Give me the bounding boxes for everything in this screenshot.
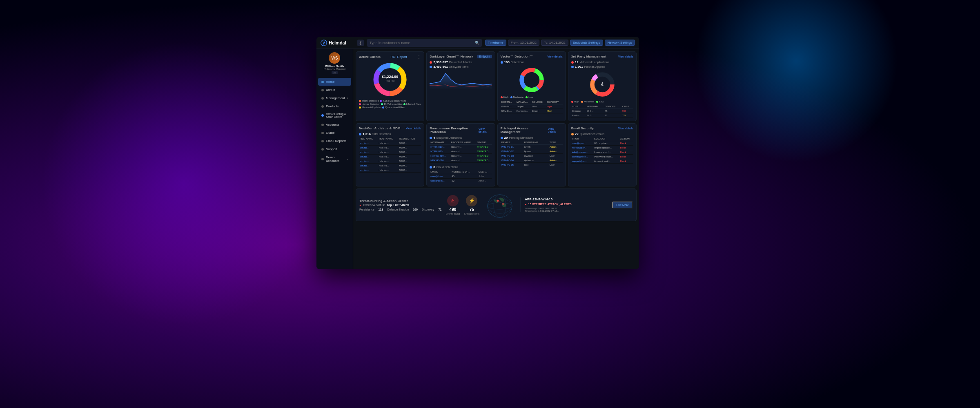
rw-cloud-col-email: EMAIL (430, 170, 451, 174)
pam-dot-pending (501, 137, 503, 139)
sidebar-label-threat-hunting: Threat Hunting & Action Center (326, 113, 348, 118)
vector-col-severity: SEVERITY (546, 100, 563, 104)
vector-dot-detections (501, 61, 503, 64)
vector-legend: High Moderate Low (501, 96, 563, 98)
sidebar-item-email-reports[interactable]: Email Reports (318, 137, 351, 145)
email-stat-quarantined: 72 Quarantined emails (571, 132, 633, 136)
rw-col-hostname: HOSTNAME (430, 140, 450, 145)
vector-view-details[interactable]: View details (548, 55, 563, 58)
third-party-dot-vuln (571, 61, 574, 64)
sidebar-item-home[interactable]: Home (318, 78, 351, 86)
sidebar-label-products: Products (326, 104, 339, 108)
search-icon: 🔍 (475, 41, 479, 45)
threat-metrics: Persistance 111 Defence Evasion 100 Disc… (359, 208, 441, 211)
legend-vuln: 13 Vulnerabilities (381, 103, 402, 105)
email-view-details[interactable]: View details (618, 127, 633, 130)
pam-table: DEVICE USERNAME TYPE WIN-PC-01 jsmith Ad… (501, 140, 563, 167)
sidebar-item-accounts[interactable]: Accounts (318, 121, 351, 129)
threat-hunting-title-area: Threat-hunting & Action Center ● Overvie… (359, 199, 441, 211)
ransomware-header: Ransomware Encryption Protection View de… (430, 126, 492, 134)
privileged-access-card: Privileged Access Management View detail… (497, 123, 566, 186)
email-col-from: FROM (571, 137, 593, 141)
table-row: user@dom... 32 Jane... (430, 179, 492, 183)
sidebar-label-admin: Admin (326, 88, 335, 92)
sidebar-item-threat-hunting[interactable]: Threat Hunting & Action Center (318, 111, 351, 120)
nextgen-total-value: 1,316 (363, 132, 371, 136)
sidebar-dot-guide (321, 132, 324, 134)
third-party-table: SOFT... VERSION DEVICES CVSS Chrome 96.0… (571, 104, 633, 118)
live-more-button[interactable]: Live More (612, 202, 633, 208)
vector-detections-label: Detections (511, 61, 524, 64)
row-2: Next-Gen Antivirus & MDM View details 1,… (356, 123, 637, 186)
sidebar-arrow-demo-accounts: › (347, 157, 348, 161)
threat-critical-value: 75 (470, 207, 474, 212)
sidebar-item-products[interactable]: Products (318, 102, 351, 110)
table-row: kth.fcc... hda.fec... MDM... (359, 141, 421, 146)
from-date-button[interactable]: From: 13.01.2022 (508, 40, 539, 46)
nextgen-view-details[interactable]: View details (406, 127, 421, 130)
svg-text:Total ROI: Total ROI (385, 80, 394, 82)
sidebar-label-email-reports: Email Reports (326, 139, 346, 143)
sidebar-item-admin[interactable]: Admin (318, 86, 351, 94)
vector-detection-card: Vector™ Detection™ View details 190 Dete… (497, 51, 566, 121)
svg-point-22 (488, 199, 512, 213)
table-row: win.fcc... hda.fec... MDM... (359, 155, 421, 159)
sidebar-item-management[interactable]: Management › (318, 94, 351, 102)
threat-defence-value: 100 (413, 208, 418, 211)
ransomware-cloud-table: EMAIL NUMBERS OF... USER... user@dom... … (430, 170, 492, 183)
ransomware-stat-cloud: 0 Cloud Detections (430, 165, 492, 169)
rw-col-status: STATUS (476, 140, 492, 145)
third-party-header: 3rd Party Management View details (571, 55, 633, 58)
row-1: Active Clients ROI Report ⋮ (356, 51, 637, 121)
third-party-patches-label: Patches Applied (584, 65, 605, 68)
search-input[interactable] (370, 41, 473, 45)
active-clients-menu[interactable]: ⋮ (417, 55, 421, 59)
nextgen-table: FILE NAME HOSTNAME RESOLUTION kth.fcc...… (359, 137, 421, 173)
sidebar-nav: Home Admin Management › Products T (316, 78, 353, 165)
globe-chart (483, 192, 516, 218)
pam-pending-label: Pending Elevations (509, 136, 533, 139)
threat-hunting-bar: Threat-hunting & Action Center ● Overvie… (356, 188, 637, 221)
ng-col-filename: FILE NAME (359, 137, 378, 141)
sidebar-item-demo-accounts[interactable]: Demo Accounts › (318, 153, 351, 165)
threat-device-name: APP-22H2-WIN-10 (525, 197, 608, 201)
table-row: admin@fake... Password reset... Block (571, 155, 633, 159)
table-row: WIN-PC-03 mwilson User (501, 154, 563, 158)
vector-legend-high: High (501, 96, 508, 98)
timeframe-button[interactable]: Timeframe (485, 40, 506, 46)
vector-table: HOSTN... MALWA... SOURCE SEVERITY WIN-PC… (501, 100, 563, 113)
dashboard-content: Active Clients ROI Report ⋮ (353, 49, 639, 269)
endpoint-settings-button[interactable]: Endpoints Settings (570, 40, 603, 46)
tp-col-devices: DEVICES (604, 104, 621, 109)
third-party-stat-patches: 1,901 Patches Applied (571, 65, 633, 69)
pam-view-details[interactable]: View details (548, 127, 563, 133)
active-clients-header: Active Clients ROI Report ⋮ (359, 55, 421, 59)
threat-alert-dot: ● (525, 203, 526, 206)
table-row: WIN-PC-02 bjones Admin (501, 149, 563, 154)
roi-legend: Traffic Detected 4,183 Malicious Visits … (359, 100, 421, 109)
to-date-button[interactable]: To: 14.01.2022 (541, 40, 568, 46)
threat-events-value: 490 (450, 207, 457, 212)
table-row: kth.fcc... hda.fec... MDM... (359, 168, 421, 173)
collapse-button[interactable]: ❮ (357, 40, 364, 46)
threat-hunting-title: Threat-hunting & Action Center (359, 199, 441, 203)
vector-detections-value: 190 (504, 60, 510, 64)
sidebar-item-guide[interactable]: Guide (318, 129, 351, 137)
table-row: Firefox 94.0... 32 7.5 (571, 113, 633, 118)
third-party-legend-moderate: Moderate (581, 100, 594, 103)
ransomware-view-details[interactable]: View details (479, 127, 492, 133)
sidebar-dot-accounts (321, 124, 324, 126)
third-party-view-details[interactable]: View details (618, 55, 633, 58)
search-bar[interactable]: 🔍 (367, 39, 482, 47)
sidebar-item-support[interactable]: Support (318, 145, 351, 153)
network-settings-button[interactable]: Network Settings (605, 40, 635, 46)
pam-col-device: DEVICE (501, 140, 523, 145)
pam-header: Privileged Access Management View detail… (501, 126, 563, 134)
threat-alert-name: 15 XTPMITRE ATTACK_ALERTS (528, 203, 571, 206)
third-party-vuln-value: 12 (575, 60, 579, 64)
legend-traffic: Traffic Detected (359, 100, 379, 102)
darklayer-tab[interactable]: Endpoint (477, 55, 492, 58)
threat-critical-stat: ⚡ 75 Critical events (464, 195, 479, 215)
legend-dot-quarantine (382, 106, 384, 109)
ransomware-card: Ransomware Encryption Protection View de… (426, 123, 495, 186)
